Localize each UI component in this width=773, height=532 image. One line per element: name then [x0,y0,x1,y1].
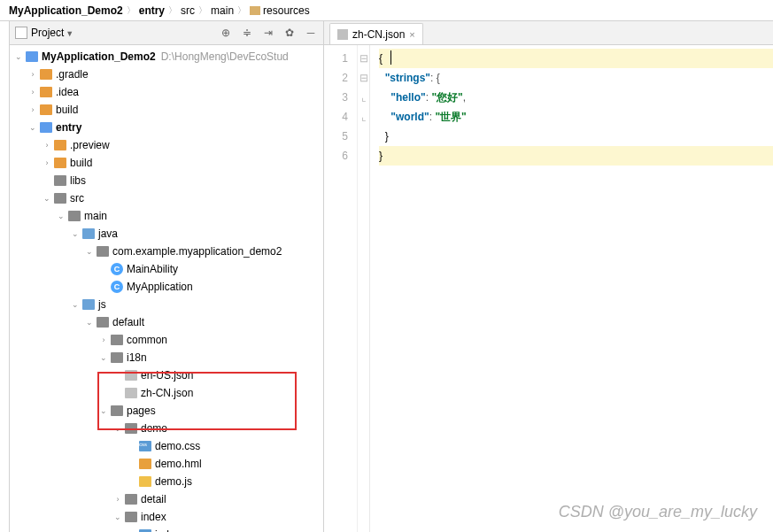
project-view-icon [15,27,27,39]
editor-panel: zh-CN.json × 123 456 ⊟⊟⌞⌞ { "strings": {… [324,21,773,532]
class-icon: C [111,263,123,275]
bc-src[interactable]: src [177,4,198,17]
tree-demo-folder[interactable]: ⌄demo [10,420,323,437]
folder-icon [68,211,81,221]
folder-icon [40,104,52,115]
bc-sep: 〉 [198,4,207,17]
left-gutter [0,21,10,532]
tree-src[interactable]: ⌄src [10,189,323,207]
folder-icon [54,158,66,168]
tree-js[interactable]: ⌄js [10,296,323,313]
tree-idea[interactable]: ›.idea [10,83,323,101]
tree-package[interactable]: ⌄com.example.myapplication_demo2 [10,243,323,260]
tree-detail[interactable]: ›detail [10,490,323,508]
tab-zh-cn-json[interactable]: zh-CN.json × [329,23,423,44]
tree-myapp[interactable]: CMyApplication [10,278,323,296]
tree-default[interactable]: ⌄default [10,313,323,331]
tab-label: zh-CN.json [352,28,405,41]
json-file-icon [337,29,348,40]
bc-sep: 〉 [127,4,135,17]
fold-gutter[interactable]: ⊟⊟⌞⌞ [358,45,370,532]
tree-demo-js[interactable]: demo.js [10,473,323,490]
folder-icon [54,193,66,204]
project-tree[interactable]: ⌄MyApplication_Demo2D:\HongMeng\DevEcoSt… [10,45,323,532]
folder-icon [40,87,52,97]
folder-icon [97,317,109,328]
bc-root[interactable]: MyApplication_Demo2 [5,4,127,17]
bc-sep: 〉 [237,4,246,17]
bc-main[interactable]: main [207,4,237,17]
project-panel-header: Project▼ ⊕ ≑ ⇥ ✿ ─ [10,21,323,45]
folder-icon [54,140,66,150]
expand-all-icon[interactable]: ≑ [240,26,254,40]
line-number-gutter: 123 456 [324,45,358,532]
project-panel-title[interactable]: Project▼ [31,27,219,39]
tree-pages[interactable]: ⌄pages [10,402,323,420]
tree-index-folder[interactable]: ⌄index [10,508,323,526]
folder-icon [125,512,137,522]
select-opened-file-icon[interactable]: ⊕ [219,26,233,40]
tree-en-us-json[interactable]: en-US.json [10,366,323,384]
folder-icon [111,335,123,345]
package-icon [97,246,109,257]
tree-common[interactable]: ›common [10,331,323,349]
tree-mainability[interactable]: CMainAbility [10,260,323,278]
editor-tab-bar: zh-CN.json × [324,21,773,45]
tree-entry[interactable]: ⌄entry [10,119,323,136]
folder-icon [111,405,123,416]
tree-build[interactable]: ›build [10,101,323,119]
module-icon [26,51,38,62]
tree-libs[interactable]: libs [10,172,323,189]
tree-main[interactable]: ⌄main [10,207,323,225]
class-icon: C [111,281,123,293]
code-editor[interactable]: 123 456 ⊟⊟⌞⌞ { "strings": { "hello": "您好… [324,45,773,532]
tree-i18n[interactable]: ⌄i18n [10,349,323,366]
tree-java[interactable]: ⌄java [10,225,323,243]
project-panel: Project▼ ⊕ ≑ ⇥ ✿ ─ ⌄MyApplication_Demo2D… [10,21,324,532]
breadcrumb[interactable]: MyApplication_Demo2 〉 entry 〉 src 〉 main… [0,0,773,21]
folder-icon [111,352,123,363]
hml-file-icon [139,459,151,469]
collapse-all-icon[interactable]: ⇥ [261,26,275,40]
tree-entry-build[interactable]: ›build [10,154,323,172]
tree-preview[interactable]: ›.preview [10,136,323,154]
hide-icon[interactable]: ─ [304,26,318,40]
bc-resources[interactable]: resources [246,4,313,17]
close-icon[interactable]: × [409,29,414,40]
tree-index-css[interactable]: index.css [10,526,323,532]
tree-zh-cn-json[interactable]: zh-CN.json [10,384,323,402]
tree-demo-css[interactable]: demo.css [10,437,323,455]
folder-icon [40,69,52,80]
json-file-icon [125,388,137,398]
watermark: CSDN @you_are_my_lucky [559,503,757,521]
folder-icon [250,6,260,15]
settings-icon[interactable]: ✿ [282,26,297,40]
folder-icon [82,228,95,239]
bc-entry[interactable]: entry [135,4,168,17]
folder-icon [54,175,66,186]
code-content[interactable]: { "strings": { "hello": "您好", "world": "… [370,45,773,532]
json-file-icon [125,370,137,381]
folder-icon [82,299,95,310]
tree-demo-hml[interactable]: demo.hml [10,455,323,473]
css-file-icon [139,441,151,451]
tree-gradle[interactable]: ›.gradle [10,66,323,83]
module-icon [40,122,52,133]
folder-icon [125,494,137,505]
js-file-icon [139,476,151,487]
tree-root[interactable]: ⌄MyApplication_Demo2D:\HongMeng\DevEcoSt… [10,48,323,66]
folder-icon [125,423,137,434]
bc-sep: 〉 [168,4,177,17]
